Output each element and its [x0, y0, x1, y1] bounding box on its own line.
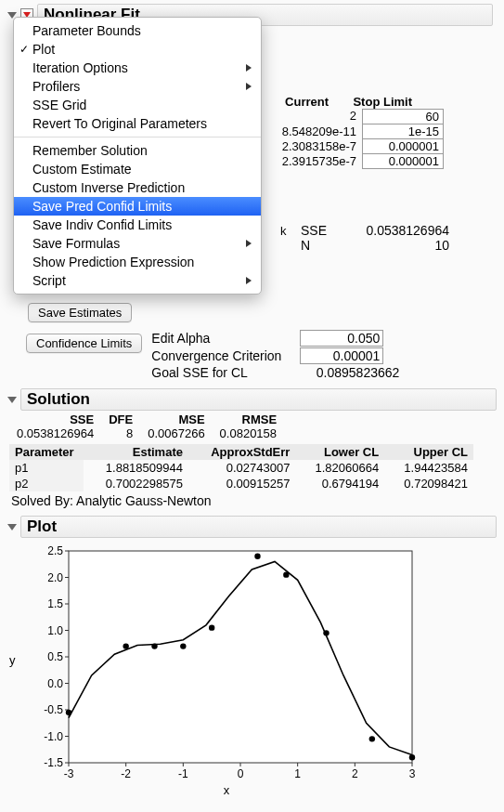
svg-point-36 — [180, 643, 186, 648]
svg-text:0.5: 0.5 — [47, 650, 63, 663]
plot-area: y -3-2-10123-1.5-1.0-0.50.00.51.01.52.02… — [32, 544, 421, 785]
solution-title: Solution — [20, 388, 497, 411]
label-n: N — [301, 238, 338, 253]
submenu-arrow-icon — [246, 64, 252, 72]
svg-text:1.5: 1.5 — [47, 597, 63, 610]
svg-text:2.5: 2.5 — [47, 544, 63, 557]
axis-label-x: x — [32, 783, 421, 797]
svg-point-40 — [323, 630, 329, 635]
svg-text:1.0: 1.0 — [47, 624, 63, 637]
menu-item-revert[interactable]: Revert To Original Parameters — [14, 114, 261, 133]
menu-item-remember-solution[interactable]: Remember Solution — [14, 141, 261, 160]
svg-text:-2: -2 — [121, 767, 131, 780]
value-goal-sse: 0.0895823662 — [300, 365, 402, 380]
menu-item-sse-grid[interactable]: SSE Grid — [14, 96, 261, 114]
menu-item-profilers[interactable]: Profilers — [14, 77, 261, 96]
menu-item-save-pred-confid-limits[interactable]: Save Pred Confid Limits — [14, 197, 261, 216]
plot-title: Plot — [20, 516, 497, 538]
solution-summary-table: SSE DFE MSE RMSE 0.0538126964 8 0.006726… — [9, 413, 284, 440]
svg-text:-1.0: -1.0 — [44, 730, 63, 743]
label-sse: SSE — [301, 223, 338, 238]
svg-point-38 — [254, 554, 260, 559]
menu-item-custom-inverse-prediction[interactable]: Custom Inverse Prediction — [14, 178, 261, 197]
svg-point-33 — [66, 710, 71, 715]
table-row: p2 0.7002298575 0.00915257 0.6794194 0.7… — [9, 476, 473, 491]
svg-point-39 — [283, 571, 289, 577]
svg-point-42 — [409, 754, 415, 760]
svg-text:1: 1 — [294, 767, 301, 780]
menu-item-iteration-options[interactable]: Iteration Options — [14, 59, 261, 77]
plot-svg: -3-2-10123-1.5-1.0-0.50.00.51.01.52.02.5 — [32, 544, 421, 785]
check-icon: ✓ — [19, 43, 29, 56]
svg-text:-0.5: -0.5 — [44, 703, 63, 716]
parameter-table: Parameter Estimate ApproxStdErr Lower CL… — [9, 444, 473, 491]
menu-separator — [14, 137, 261, 138]
disclosure-triangle[interactable] — [7, 397, 17, 403]
svg-text:-3: -3 — [64, 767, 74, 780]
svg-text:0.0: 0.0 — [47, 677, 63, 690]
svg-point-34 — [123, 643, 128, 648]
disclosure-triangle[interactable] — [7, 524, 17, 530]
confidence-limits-button[interactable]: Confidence Limits — [26, 334, 142, 353]
save-estimates-button[interactable]: Save Estimates — [28, 303, 132, 322]
menu-item-show-prediction-expression[interactable]: Show Prediction Expression — [14, 253, 261, 271]
value-sse: 0.0538126964 — [338, 223, 449, 238]
submenu-arrow-icon — [246, 83, 252, 90]
axis-label-y: y — [9, 653, 16, 667]
menu-item-parameter-bounds[interactable]: Parameter Bounds — [14, 21, 261, 40]
label-convergence-criterion: Convergence Criterion — [151, 348, 300, 363]
svg-point-41 — [369, 736, 375, 741]
svg-text:-1: -1 — [178, 767, 188, 780]
label-solved-by: Solved By: — [11, 493, 73, 508]
svg-text:0: 0 — [238, 767, 244, 780]
label-goal-sse: Goal SSE for CL — [151, 365, 300, 380]
svg-text:-1.5: -1.5 — [44, 756, 63, 769]
svg-text:3: 3 — [409, 767, 416, 780]
submenu-arrow-icon — [246, 240, 252, 247]
context-menu: Parameter Bounds ✓Plot Iteration Options… — [13, 17, 262, 295]
svg-text:2: 2 — [352, 767, 358, 780]
table-row: p1 1.8818509944 0.02743007 1.82060664 1.… — [9, 460, 473, 476]
menu-item-save-indiv-confid-limits[interactable]: Save Indiv Confid Limits — [14, 216, 261, 234]
input-edit-alpha[interactable]: 0.050 — [300, 330, 383, 347]
col-stop-limit: Stop Limit — [334, 95, 416, 109]
value-solved-by: Analytic Gauss-Newton — [76, 493, 212, 508]
menu-item-save-formulas[interactable]: Save Formulas — [14, 234, 261, 253]
iteration-table: Current Stop Limit 260 8.548209e-111e-15… — [262, 95, 444, 169]
value-n: 10 — [338, 238, 449, 253]
input-convergence-criterion[interactable]: 0.00001 — [300, 347, 383, 364]
menu-item-custom-estimate[interactable]: Custom Estimate — [14, 160, 261, 178]
svg-text:2.0: 2.0 — [47, 571, 63, 584]
menu-item-plot[interactable]: ✓Plot — [14, 40, 261, 59]
submenu-arrow-icon — [246, 277, 252, 284]
svg-point-37 — [209, 624, 214, 630]
label-edit-alpha: Edit Alpha — [151, 331, 300, 346]
sse-block: SSE 0.0538126964 N 10 — [282, 223, 449, 253]
svg-point-35 — [151, 643, 157, 648]
menu-item-script[interactable]: Script — [14, 271, 261, 290]
col-current: Current — [262, 95, 334, 109]
